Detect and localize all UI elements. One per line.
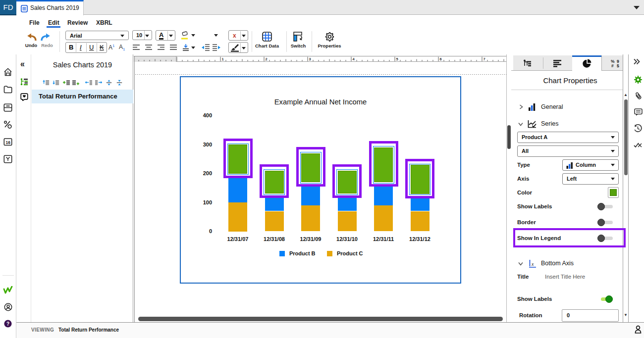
svg-text:7: 7 [483, 57, 485, 61]
svg-text:1: 1 [222, 57, 224, 61]
svg-text:16: 16 [6, 140, 11, 145]
svg-text:?: ? [6, 321, 9, 327]
svg-text:6: 6 [440, 57, 442, 61]
svg-text:2: 2 [266, 57, 268, 61]
svg-text:x: x [531, 261, 534, 267]
svg-text:3: 3 [309, 57, 311, 61]
svg-text:5: 5 [396, 57, 398, 61]
svg-text:4: 4 [353, 57, 355, 61]
